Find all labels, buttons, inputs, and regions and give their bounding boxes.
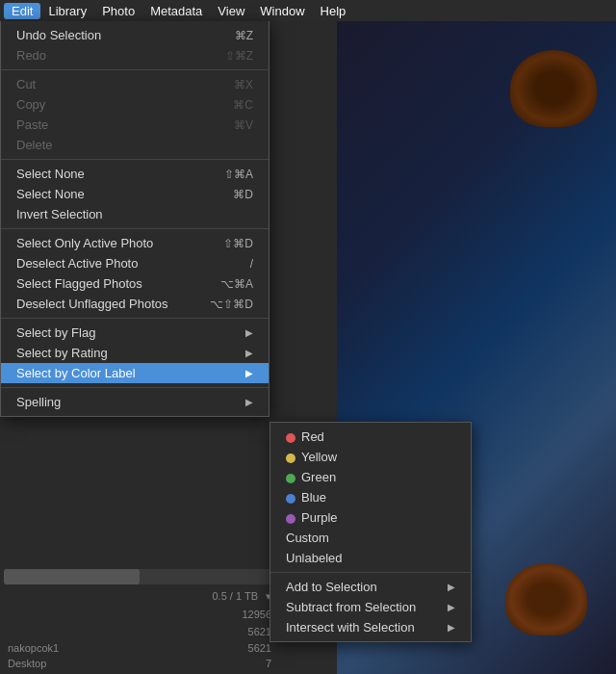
menu-paste[interactable]: Paste ⌘V [1,115,269,135]
menubar: Edit Library Photo Metadata View Window … [0,0,616,21]
submenu-purple[interactable]: Purple [270,507,471,528]
submenu-yellow[interactable]: Yellow [270,447,471,467]
menu-deselect-unflagged[interactable]: Deselect Unflagged Photos ⌥⇧⌘D [1,294,269,314]
menu-redo-shortcut: ⇧⌘Z [225,49,253,63]
menu-paste-shortcut: ⌘V [234,118,253,132]
menu-deselect-unflagged-label: Deselect Unflagged Photos [16,297,168,311]
separator-3 [1,228,269,229]
menu-spelling-label: Spelling [16,395,61,409]
separator-2 [1,159,269,160]
green-dot [286,474,295,483]
label-row-1: nakopcok1 5621 [4,641,275,655]
submenu-green[interactable]: Green [270,467,471,487]
menubar-library[interactable]: Library [40,3,94,19]
arrow-icon-spelling: ▶ [245,397,253,407]
arrow-icon-color-label: ▶ [245,368,253,378]
submenu-add-to-selection[interactable]: Add to Selection ▶ [270,577,471,597]
menu-select-by-rating-label: Select by Rating [16,346,108,360]
stats-row-storage: 0.5 / 1 TB ▾ [4,588,275,605]
menu-copy-label: Copy [16,97,45,112]
storage-label: 0.5 / 1 TB [213,590,259,603]
menu-cut-shortcut: ⌘X [234,78,253,91]
submenu-unlabeled-label: Unlabeled [286,551,343,565]
submenu-separator-1 [270,572,471,573]
submenu-unlabeled[interactable]: Unlabeled [270,548,471,568]
menu-select-none-shortcut: ⌘D [233,188,253,201]
menubar-photo[interactable]: Photo [94,3,142,19]
menu-select-only-active[interactable]: Select Only Active Photo ⇧⌘D [1,233,269,253]
arrow-icon-add: ▶ [448,582,455,592]
label2: Desktop [8,658,46,669]
menu-select-none-shift[interactable]: Select None ⇧⌘A [1,164,269,184]
menu-deselect-active-shortcut: / [250,257,253,271]
submenu-red-label: Red [301,429,324,444]
menu-select-none-label: Select None [16,187,85,201]
submenu-subtract-label: Subtract from Selection [286,600,416,614]
submenu-purple-label: Purple [301,510,338,525]
menu-copy-shortcut: ⌘C [233,98,253,112]
red-dot [286,433,295,443]
separator-4 [1,318,269,319]
menu-paste-label: Paste [16,117,48,132]
menu-redo[interactable]: Redo ⇧⌘Z [1,45,269,65]
menubar-window[interactable]: Window [252,3,312,19]
menu-cut-label: Cut [16,77,36,91]
menu-deselect-active-label: Deselect Active Photo [16,256,138,271]
menu-select-flagged-label: Select Flagged Photos [16,276,142,291]
arrow-icon-flag: ▶ [245,327,253,338]
menubar-edit[interactable]: Edit [4,3,40,19]
menu-select-flagged-shortcut: ⌥⌘A [220,277,253,291]
stat1: 12956 [242,609,271,620]
menu-redo-label: Redo [16,48,46,63]
menu-undo-selection[interactable]: Undo Selection ⌘Z [1,25,269,45]
menu-select-by-flag-label: Select by Flag [16,325,95,340]
stats-row-2: 5621 [4,624,275,639]
menubar-metadata[interactable]: Metadata [142,3,210,19]
submenu-subtract-from-selection[interactable]: Subtract from Selection ▶ [270,597,471,617]
menu-cut[interactable]: Cut ⌘X [1,74,269,94]
color-label-submenu: Red Yellow Green Blue Purple Custom Unla… [270,422,472,642]
menu-undo-shortcut: ⌘Z [235,29,253,42]
menu-select-only-active-shortcut: ⇧⌘D [223,237,253,250]
menu-invert-selection[interactable]: Invert Selection [1,204,269,224]
menu-select-by-color-label-text: Select by Color Label [16,366,136,380]
chocolate-cup-3 [505,563,587,635]
menu-spelling[interactable]: Spelling ▶ [1,392,269,412]
submenu-intersect-with-selection[interactable]: Intersect with Selection ▶ [270,617,471,637]
menu-copy[interactable]: Copy ⌘C [1,94,269,115]
menu-select-only-active-label: Select Only Active Photo [16,236,153,250]
submenu-intersect-label: Intersect with Selection [286,620,415,635]
menubar-help[interactable]: Help [313,3,354,19]
separator-5 [1,387,269,388]
menu-deselect-active[interactable]: Deselect Active Photo / [1,253,269,273]
menu-delete[interactable]: Delete [1,135,269,155]
menu-select-none[interactable]: Select None ⌘D [1,184,269,204]
separator-1 [1,69,269,70]
purple-dot [286,514,295,524]
menu-select-flagged[interactable]: Select Flagged Photos ⌥⌘A [1,273,269,294]
menu-select-by-color-label[interactable]: Select by Color Label ▶ [1,363,269,383]
menu-select-none-shift-shortcut: ⇧⌘A [224,168,253,181]
submenu-custom[interactable]: Custom [270,528,471,548]
menu-select-by-flag[interactable]: Select by Flag ▶ [1,323,269,343]
submenu-blue[interactable]: Blue [270,487,471,507]
yellow-dot [286,454,295,463]
chocolate-cup-1 [510,50,597,127]
menubar-view[interactable]: View [210,3,252,19]
stats-row-1: 12956 [4,607,275,622]
menu-select-by-rating[interactable]: Select by Rating ▶ [1,343,269,363]
blue-dot [286,494,295,504]
submenu-add-label: Add to Selection [286,580,377,594]
menu-invert-label: Invert Selection [16,207,103,221]
submenu-blue-label: Blue [301,490,326,505]
submenu-green-label: Green [301,470,336,484]
menu-delete-label: Delete [16,138,53,152]
storage-bar [4,569,275,584]
label2-val: 7 [266,658,271,669]
submenu-red[interactable]: Red [270,427,471,447]
arrow-icon-rating: ▶ [245,348,253,358]
menu-deselect-unflagged-shortcut: ⌥⇧⌘D [210,298,253,311]
label1-val: 5621 [248,642,271,654]
edit-menu: Undo Selection ⌘Z Redo ⇧⌘Z Cut ⌘X Copy ⌘… [0,21,270,417]
menu-undo-label: Undo Selection [16,28,101,42]
